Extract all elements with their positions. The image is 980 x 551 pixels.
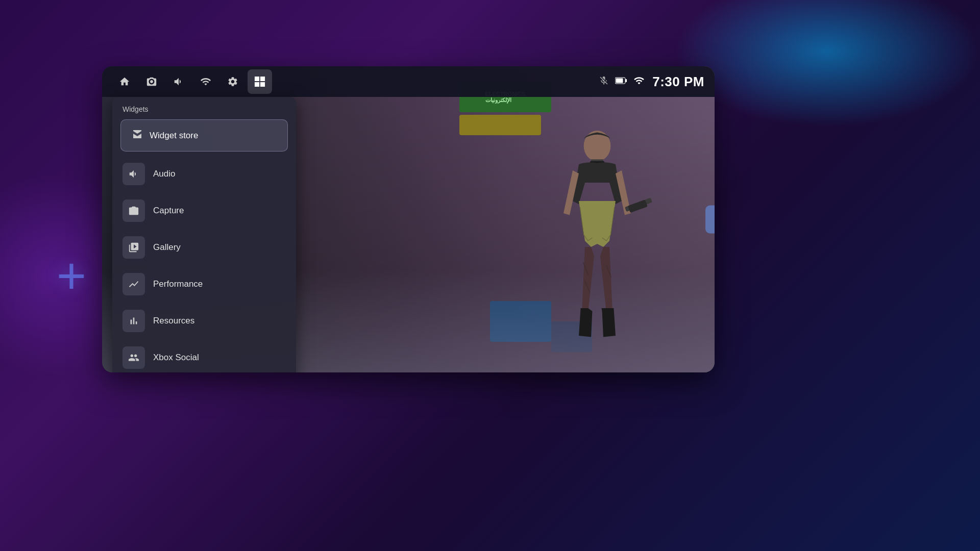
xbox-social-menu-label: Xbox Social xyxy=(153,353,199,363)
xbox-social-widget-icon xyxy=(128,352,139,363)
svg-point-0 xyxy=(584,131,611,161)
home-nav-button[interactable] xyxy=(112,69,137,94)
status-icons-group xyxy=(599,76,645,88)
monitor-icon xyxy=(200,76,211,87)
time-display: 7:30 PM xyxy=(652,74,704,90)
svg-rect-10 xyxy=(625,79,627,82)
resources-widget-icon xyxy=(128,315,139,327)
wifi-icon xyxy=(633,76,645,88)
character-svg xyxy=(531,128,664,372)
nav-left-icons xyxy=(112,69,272,94)
svg-rect-9 xyxy=(616,78,623,83)
capture-widget-icon xyxy=(128,205,139,216)
widgets-dropdown-panel: Widgets Widget store Audio xyxy=(112,97,296,372)
resources-menu-item[interactable]: Resources xyxy=(112,303,296,339)
gallery-menu-icon-box xyxy=(122,236,145,259)
home-icon xyxy=(119,76,130,87)
capture-menu-icon-box xyxy=(122,199,145,222)
xbox-social-menu-item[interactable]: Xbox Social xyxy=(112,339,296,372)
microphone-mute-icon xyxy=(599,76,609,88)
audio-menu-label: Audio xyxy=(153,169,175,179)
character-container xyxy=(521,97,674,372)
right-pull-tab[interactable] xyxy=(705,206,715,234)
audio-widget-icon xyxy=(128,168,139,180)
widget-store-icon xyxy=(131,128,143,143)
performance-nav-button[interactable] xyxy=(193,69,218,94)
resources-menu-label: Resources xyxy=(153,316,194,326)
audio-nav-button[interactable] xyxy=(166,69,191,94)
settings-icon xyxy=(227,76,238,87)
resources-menu-icon-box xyxy=(122,310,145,332)
performance-widget-icon xyxy=(128,279,139,290)
xbox-social-menu-icon-box xyxy=(122,346,145,369)
camera-icon xyxy=(146,76,157,87)
settings-nav-button[interactable] xyxy=(220,69,245,94)
capture-nav-button[interactable] xyxy=(139,69,164,94)
performance-menu-icon-box xyxy=(122,273,145,295)
top-navigation-bar: 7:30 PM xyxy=(102,66,715,97)
gallery-menu-label: Gallery xyxy=(153,242,181,253)
performance-menu-item[interactable]: Performance xyxy=(112,266,296,303)
audio-menu-item[interactable]: Audio xyxy=(112,156,296,192)
gallery-menu-item[interactable]: Gallery xyxy=(112,229,296,266)
volume-icon xyxy=(173,76,184,87)
svg-rect-4 xyxy=(628,199,648,213)
widget-store-button[interactable]: Widget store xyxy=(120,119,288,152)
device-frame: ELECTRONICSالإلكترونيات xyxy=(102,66,715,372)
background-glow-top-right xyxy=(674,0,980,128)
nav-right-status: 7:30 PM xyxy=(599,74,704,90)
battery-icon xyxy=(615,77,627,87)
gallery-widget-icon xyxy=(128,242,139,253)
audio-menu-icon-box xyxy=(122,163,145,185)
dropdown-title: Widgets xyxy=(112,105,296,119)
performance-menu-label: Performance xyxy=(153,279,203,289)
capture-menu-item[interactable]: Capture xyxy=(112,192,296,229)
widget-store-label: Widget store xyxy=(150,131,198,141)
capture-menu-label: Capture xyxy=(153,206,184,216)
widgets-nav-button[interactable] xyxy=(248,69,272,94)
widgets-icon xyxy=(254,76,265,87)
plus-icon: + xyxy=(41,245,102,306)
plus-icon-area: + xyxy=(41,245,102,306)
